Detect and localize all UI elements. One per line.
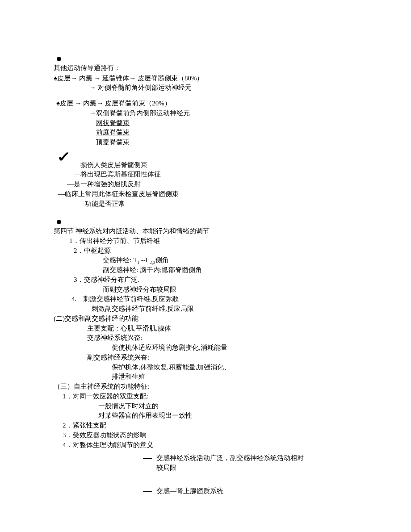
dash-text: 交感神经系统活动广泛，副交感神经系统活动相对较局限 (156, 453, 308, 473)
document-page: 其他运动传导通路有： ♠皮层→ 内囊 → 延髓锥体→ 皮层脊髓侧束（80%） →… (0, 0, 411, 532)
list-item: 3．交感神经分布广泛, (74, 275, 357, 285)
section-heading: (二)交感和副交感神经的功能 (54, 314, 357, 324)
text-line: 副交感神经系统兴奋: (87, 353, 357, 363)
bullet-icon (57, 220, 61, 224)
injury-line: —临床上常用此体征来检查皮层脊髓侧束 (58, 189, 357, 199)
underlined-item: 网状脊髓束 (96, 118, 357, 128)
text-line: 交感神经系统兴奋: (87, 333, 357, 343)
text: 交感神经: T (103, 256, 137, 264)
text-line: 保护机体,休整恢复,积蓄能量,加强消化、 (112, 363, 357, 373)
dash-text: 交感—肾上腺髓质系统 (156, 486, 223, 496)
text: 皮层 → 内囊→ 皮层脊髓前束（20%） (60, 100, 171, 107)
dash-block: — 交感—肾上腺髓质系统 (143, 486, 357, 496)
pathway-line: ♠皮层 → 内囊→ 皮层脊髓前束（20%） (56, 98, 357, 109)
underlined-item: 前庭脊髓束 (96, 128, 357, 138)
list-item: 1．传出神经分节前、节后纤维 (69, 236, 357, 246)
list-item: 1．对同一效应器的双重支配: (63, 392, 357, 402)
sub-item: 一般情况下时对立的 (98, 402, 357, 411)
dash-icon: — (143, 486, 156, 495)
spade-icon: ♠ (54, 74, 57, 82)
dash-icon: — (143, 453, 156, 462)
sub-item: 刺激副交感神经节前纤维,反应局限 (92, 304, 357, 314)
text-line: 主要支配：心肌,平滑肌,腺体 (87, 324, 357, 334)
injury-line: 损伤人类皮层脊髓侧束 (80, 160, 357, 170)
text: 交感神经分布广泛, (84, 276, 139, 283)
section-title: 第四节 神经系统对内脏活动、本能行为和情绪的调节 (54, 226, 357, 236)
text-line: 排泄和生殖 (112, 372, 357, 382)
text: 皮层→ 内囊 → 延髓锥体→ 皮层脊髓侧束（80%） (57, 75, 204, 82)
list-item: 4．对整体生理功能调节的意义 (63, 440, 357, 450)
text: 紧张性支配 (73, 422, 106, 429)
pathway-line: →双侧脊髓前角内侧部运动神经元 (89, 109, 357, 118)
dash-block: — 交感神经系统活动广泛，副交感神经系统活动相对较局限 (143, 453, 357, 473)
section-heading: （三）自主神经系统的功能特征: (54, 382, 357, 392)
sub-item: 而副交感神经分布较局限 (103, 285, 357, 295)
check-icon: ✓ (57, 153, 71, 161)
injury-line: —是一种增强的屈肌反射 (67, 180, 357, 189)
list-item: 3．受效应器功能状态的影响 (63, 431, 357, 440)
underlined-item: 顶盖脊髓束 (96, 138, 357, 147)
text: 刺激交感神经节前纤维,反应弥散 (83, 295, 179, 302)
bullet-heading (54, 54, 357, 63)
text: 中枢起源 (84, 247, 111, 254)
injury-line: —将出现巴宾斯基征阳性体征 (74, 170, 357, 180)
text: 对整体生理功能调节的意义 (73, 441, 153, 448)
text: 传出神经分节前、节后纤维 (80, 237, 160, 244)
list-item: 2．中枢起源 (74, 246, 357, 256)
heading-text: 其他运动传导通路有： (54, 63, 357, 73)
text: 对同一效应器的双重支配: (73, 393, 148, 400)
bullet-icon (57, 57, 61, 61)
spade-icon: ♠ (56, 99, 60, 107)
sub-item: 副交感神经: 脑干内;骶部脊髓侧角 (103, 265, 357, 275)
pathway-line: → 对侧脊髓前角外侧部运动神经元 (89, 83, 357, 93)
text: 受效应器功能状态的影响 (73, 431, 147, 439)
subscript: 2,3 (150, 260, 155, 265)
text: 侧角 (155, 256, 169, 264)
text: --L (139, 256, 150, 264)
pathway-line: ♠皮层→ 内囊 → 延髓锥体→ 皮层脊髓侧束（80%） (54, 73, 357, 84)
sub-item: 交感神经: T1 --L2,3侧角 (103, 256, 357, 265)
bullet-heading (54, 217, 357, 226)
sub-item: 对某些器官的作用表现出一致性 (98, 411, 357, 421)
list-item: 2．紧张性支配 (63, 421, 357, 431)
injury-line: 功能是否正常 (85, 199, 357, 209)
list-item: 4. 刺激交感神经节前纤维,反应弥散 (71, 294, 357, 304)
text-line: 促使机体适应环境的急剧变化,消耗能量 (112, 343, 357, 353)
